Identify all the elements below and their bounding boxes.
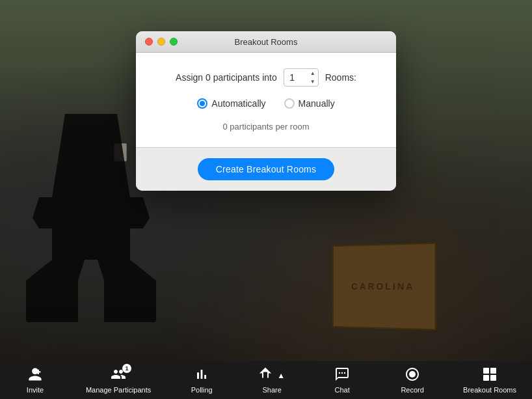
rooms-input-wrap: ▲ ▼ xyxy=(284,68,319,87)
person-group-icon: 1 xyxy=(111,366,126,384)
maximize-button[interactable] xyxy=(170,38,178,46)
spinner-buttons: ▲ ▼ xyxy=(308,69,317,86)
radio-auto-circle xyxy=(197,98,207,109)
svg-rect-7 xyxy=(490,375,496,381)
svg-point-1 xyxy=(341,372,343,374)
modal-title: Breakout Rooms xyxy=(235,37,298,47)
spinner-down-button[interactable]: ▼ xyxy=(308,77,317,86)
rooms-label: Rooms: xyxy=(325,72,356,83)
svg-rect-5 xyxy=(490,368,496,374)
bar-chart-icon xyxy=(194,366,209,384)
svg-point-3 xyxy=(409,371,416,378)
svg-point-2 xyxy=(344,372,345,374)
toolbar-polling[interactable]: Polling xyxy=(176,363,228,398)
grid-rooms-icon xyxy=(482,366,498,384)
radio-auto-label: Automatically xyxy=(211,98,265,109)
person-add-icon xyxy=(27,366,43,384)
share-arrow-icon xyxy=(258,366,273,384)
create-breakout-rooms-button[interactable]: Create Breakout Rooms xyxy=(198,158,334,180)
record-circle-icon xyxy=(405,366,420,384)
toolbar-chat[interactable]: Chat xyxy=(316,363,368,398)
radio-automatically[interactable]: Automatically xyxy=(197,98,265,109)
svg-rect-6 xyxy=(483,375,489,381)
toolbar-breakout-rooms[interactable]: Breakout Rooms xyxy=(457,363,523,398)
radio-row: Automatically Manually xyxy=(155,98,377,109)
spinner-up-button[interactable]: ▲ xyxy=(308,69,317,77)
svg-rect-4 xyxy=(483,368,489,374)
radio-manual-label: Manually xyxy=(299,98,335,109)
toolbar: Invite 1 Manage Participants Polling xyxy=(0,361,532,399)
manage-participants-label: Manage Participants xyxy=(86,386,151,394)
svg-point-0 xyxy=(339,372,340,374)
participants-per-room: 0 participants per room xyxy=(155,122,377,131)
radio-manual-circle xyxy=(284,98,295,109)
breakout-rooms-modal: Breakout Rooms Assign 0 participants int… xyxy=(136,31,396,191)
share-chevron-icon: ▲ xyxy=(277,371,285,380)
window-controls xyxy=(145,38,178,46)
assign-prefix: Assign 0 participants into xyxy=(176,72,277,83)
modal-body: Assign 0 participants into ▲ ▼ Rooms: Au… xyxy=(136,53,396,147)
breakout-rooms-label: Breakout Rooms xyxy=(463,386,516,394)
toolbar-manage-participants[interactable]: 1 Manage Participants xyxy=(79,363,157,398)
modal-titlebar: Breakout Rooms xyxy=(136,31,396,53)
toolbar-invite[interactable]: Invite xyxy=(9,363,61,398)
toolbar-share[interactable]: ▲ Share xyxy=(246,363,298,398)
toolbar-record[interactable]: Record xyxy=(386,363,438,398)
record-label: Record xyxy=(401,386,423,394)
radio-manually[interactable]: Manually xyxy=(284,98,335,109)
polling-label: Polling xyxy=(191,386,213,394)
modal-overlay: Breakout Rooms Assign 0 participants int… xyxy=(0,0,532,361)
share-label: Share xyxy=(262,386,281,394)
invite-label: Invite xyxy=(27,386,44,394)
close-button[interactable] xyxy=(145,38,153,46)
modal-footer: Create Breakout Rooms xyxy=(136,147,396,191)
participants-badge: 1 xyxy=(122,364,131,373)
minimize-button[interactable] xyxy=(157,38,165,46)
assign-row: Assign 0 participants into ▲ ▼ Rooms: xyxy=(155,68,377,87)
chat-bubble-icon xyxy=(334,366,350,384)
chat-label: Chat xyxy=(335,386,350,394)
